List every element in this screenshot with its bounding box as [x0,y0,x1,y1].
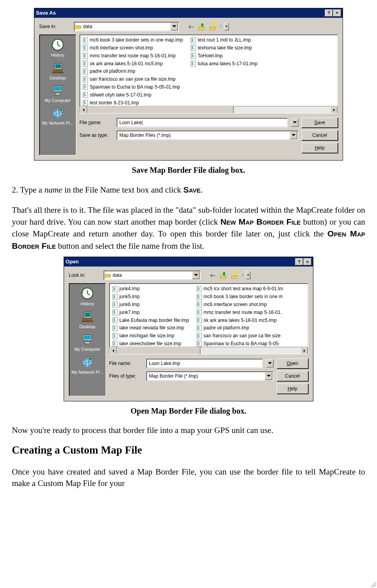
scroll-right-icon[interactable] [330,106,337,113]
new-folder-icon[interactable] [231,271,239,280]
list-item[interactable]: ok ark area lakes 5-18-01 mc5.lmp [81,60,184,68]
lmp-file-icon [82,92,89,98]
history-icon [81,287,94,300]
sidebar-item-desktop[interactable]: Desktop [79,309,95,331]
list-item[interactable]: stilwell cityh lake 5-17-01.lmp [81,91,184,99]
list-item[interactable]: test border 8-23-01.lmp [81,99,184,107]
sidebar-item-my-computer[interactable]: My Computer [74,331,100,353]
file-list[interactable]: junk4.lmpjunk5.lmpjunk6.lmpjunk7.lmpLake… [109,283,308,354]
files-of-type-label: Files of type: [109,373,143,380]
lmp-file-icon [112,317,118,323]
look-in-combo[interactable]: data [104,270,201,280]
new-folder-icon[interactable] [209,22,218,31]
chevron-down-icon[interactable] [290,131,297,139]
sidebar-item-history[interactable]: History [51,37,64,59]
help-button[interactable]: Help [302,143,338,153]
horizontal-scrollbar[interactable] [109,347,308,354]
filename-history-dropdown[interactable] [266,359,273,367]
scroll-thumb[interactable] [87,106,234,113]
list-item[interactable]: mc6 book 3 lake border sets in one m [195,293,284,301]
list-item[interactable]: san francisco an san jose ca file size.l… [81,76,184,83]
open-button[interactable]: Open [277,358,308,369]
list-item[interactable]: junk5.lmp [111,293,190,301]
file-name-input[interactable]: Loon Lake| [117,118,288,127]
help-titlebar-button[interactable]: ? [325,9,333,17]
list-item[interactable]: mc6 interface screen shot.lmp [195,301,284,308]
body-paragraph: Once you have created and saved a Map Bo… [12,466,365,490]
chevron-down-icon[interactable] [192,271,200,279]
cancel-button[interactable]: Cancel [277,371,308,381]
back-icon[interactable] [209,271,217,280]
list-item[interactable]: Lake Eufaula map border file.lmp [111,317,190,324]
save-as-type-label: Save as type: [79,132,113,139]
list-item[interactable]: junk6.lmp [111,301,190,308]
save-in-combo[interactable]: data [74,22,179,31]
titlebar[interactable]: Open ? × [64,257,313,267]
sidebar-item-network[interactable]: My Network Pl... [72,354,103,376]
list-item[interactable]: padre oil platform.lmp [81,68,184,75]
save-in-value: data [83,23,170,30]
folder-icon [105,272,111,278]
up-one-level-icon[interactable] [198,22,207,31]
save-button[interactable]: Save [302,117,338,128]
help-button[interactable]: Help [277,384,308,394]
list-item[interactable]: ToHotel.lmp [189,52,258,60]
sidebar-item-network[interactable]: My Network Pl... [42,105,74,127]
cancel-button[interactable]: Cancel [302,130,338,140]
scroll-left-icon[interactable] [109,347,117,354]
list-item[interactable]: mc6 book 3 lake border sets in one map.l… [81,36,184,44]
dialog-title: Save As [36,9,325,17]
chevron-down-icon[interactable] [265,372,272,380]
view-menu-icon[interactable] [220,22,229,31]
step-2: 2. Type a name in the File Name text box… [12,184,365,196]
lmp-file-icon [196,301,202,308]
lmp-file-icon [82,100,89,106]
list-item[interactable]: Spavinaw to Eucha to BA map 5-05-01.lmp [81,83,184,91]
list-item[interactable]: mmc transfer test route map 5-16-01.lmp [81,52,184,60]
files-of-type-combo[interactable]: Map Border File (*.lmp) [146,371,273,381]
close-titlebar-button[interactable]: × [333,9,341,17]
places-bar: History Desktop My Computer My Network P… [39,34,76,155]
scroll-thumb[interactable] [117,347,200,354]
save-in-label: Save in: [39,23,71,30]
lmp-file-icon [190,53,196,59]
list-item[interactable]: lake mead nevada file size.lmp [111,324,190,332]
horizontal-scrollbar[interactable] [80,106,337,113]
list-item[interactable]: Spavinaw to Eucha to BA map 5-05- [195,340,284,348]
sidebar-item-history[interactable]: History [81,286,94,308]
scroll-left-icon[interactable] [80,106,87,113]
network-icon [81,355,94,369]
view-menu-icon[interactable] [242,271,251,280]
lmp-file-icon [196,294,202,300]
list-item[interactable]: junk4.lmp [111,285,190,293]
save-as-type-combo[interactable]: Map Border Files (*.lmp) [117,130,298,140]
list-item[interactable]: test rout 1 mdl to JLL.lmp [189,36,258,44]
sidebar-item-desktop[interactable]: Desktop [50,60,66,82]
file-list[interactable]: mc6 book 3 lake border sets in one map.l… [79,34,338,113]
file-name-input[interactable]: Loon Lake.lmp [146,359,263,368]
list-item[interactable]: tulsa area lakes 5-17-01.lmp [189,60,258,68]
file-name-label: File ndocument.currentScript.previousSib… [79,119,113,126]
list-item[interactable]: lake michigan file size.lmp [111,332,190,340]
lmp-file-icon [190,45,196,51]
back-icon[interactable] [187,22,196,31]
close-titlebar-button[interactable]: × [303,258,311,265]
list-item[interactable]: padre oil platform.lmp [195,324,284,332]
list-item[interactable]: texhoma lake file size.lmp [189,44,258,52]
filename-history-dropdown[interactable] [291,119,298,127]
list-item[interactable]: mmc transfer test route map 5-16-01. [195,309,284,316]
titlebar[interactable]: Save As ? × [34,8,343,18]
list-item[interactable]: lake okeechobee file size.lmp [111,340,190,348]
up-one-level-icon[interactable] [220,271,228,280]
sidebar-item-my-computer[interactable]: My Computer [45,83,71,104]
list-item[interactable]: san francisco an san jose ca file size [195,332,284,340]
chevron-down-icon[interactable] [170,23,178,30]
help-titlebar-button[interactable]: ? [295,258,303,265]
list-item[interactable]: ok ark area lakes 5-18-01 mc5.lmp [195,317,284,324]
section-heading: Creating a Custom Map File [12,443,365,458]
list-item[interactable]: junk7.lmp [111,309,190,316]
scroll-right-icon[interactable] [300,347,308,354]
list-item[interactable]: mc6 interface screen shot.lmp [81,44,184,52]
lmp-file-icon [82,84,89,90]
list-item[interactable]: mc5 lcx short test area map 6-9-01.lm [195,285,284,293]
